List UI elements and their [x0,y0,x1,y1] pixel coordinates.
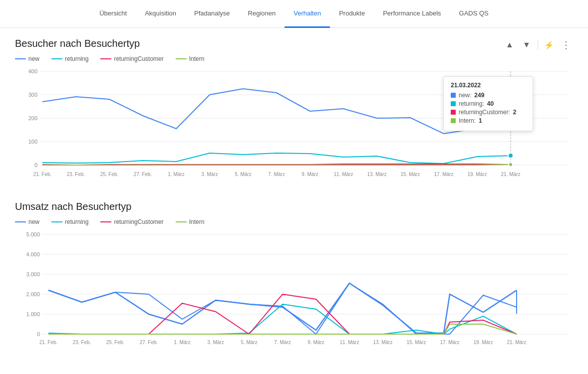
legend-returning-label: returning [65,55,88,62]
svg-text:0: 0 [37,331,40,337]
chart1-svg: 400 300 200 100 0 21. Feb. 23. Feb. 25. … [15,66,573,181]
svg-text:15. März: 15. März [401,172,420,177]
legend-returningcustomer-line [100,58,111,59]
chart2-wrapper: 5.000 4.000 3.000 2.000 1.000 0 21. Feb.… [15,229,573,354]
line-intern [42,165,511,165]
legend2-new-line [15,221,26,222]
chart2-svg: 5.000 4.000 3.000 2.000 1.000 0 21. Feb.… [15,229,573,354]
move-down-button[interactable]: ▼ [520,38,534,52]
legend2-intern-label: Intern [189,218,205,225]
line2-new [48,283,517,334]
svg-text:0: 0 [34,162,37,168]
svg-text:23. Feb.: 23. Feb. [67,172,85,177]
svg-text:11. März: 11. März [340,340,359,345]
line-new [42,89,511,134]
svg-text:2.000: 2.000 [26,291,40,297]
nav-item-regionen[interactable]: Regionen [239,0,285,28]
navigation: Übersicht Akquisition Pfadanalyse Region… [0,0,588,28]
legend2-returning-customer: returningCustomer [100,218,163,225]
svg-text:5. März: 5. März [241,340,257,345]
chart2-legend: new returning returningCustomer Intern [15,218,573,225]
svg-text:5. März: 5. März [235,172,251,177]
nav-item-pfadanalyse[interactable]: Pfadanalyse [185,0,239,28]
nav-item-ubersicht[interactable]: Übersicht [90,0,136,28]
chart1-title: Besucher nach Besuchertyp [15,38,573,49]
dot-new [508,116,513,121]
svg-text:13. März: 13. März [367,172,387,177]
legend2-intern-line [176,221,187,222]
svg-text:1.000: 1.000 [26,311,40,317]
legend-intern: Intern [176,55,205,62]
legend-intern-line [176,58,187,59]
svg-text:9. März: 9. März [307,340,324,345]
svg-text:3.000: 3.000 [26,271,40,277]
svg-text:21. Feb.: 21. Feb. [39,340,58,345]
svg-text:19. März: 19. März [474,340,493,345]
svg-text:7. März: 7. März [274,340,291,345]
legend2-intern: Intern [176,218,205,225]
nav-item-produkte[interactable]: Produkte [330,0,374,28]
svg-text:15. März: 15. März [407,340,426,345]
legend2-new: new [15,218,39,225]
legend2-returning-label: returning [65,218,88,225]
svg-text:23. Feb.: 23. Feb. [73,340,91,345]
svg-text:4.000: 4.000 [26,251,40,257]
toolbar-divider [538,40,538,50]
svg-text:200: 200 [28,115,37,121]
svg-text:5.000: 5.000 [26,231,40,237]
dot-returning [508,153,513,158]
legend-returning: returning [51,55,88,62]
line2-intern [48,324,517,334]
chart1-toolbar: ▲ ▼ ⚡ ⋮ [503,38,573,52]
nav-item-performance-labels[interactable]: Performance Labels [374,0,450,28]
legend-returningcustomer-label: returningCustomer [114,55,163,62]
move-up-button[interactable]: ▲ [503,38,517,52]
svg-text:21. März: 21. März [501,172,521,177]
svg-text:21. März: 21. März [507,340,527,345]
more-menu-button[interactable]: ⋮ [559,38,573,52]
nav-item-akquisition[interactable]: Akquisition [136,0,185,28]
svg-text:300: 300 [28,92,37,98]
svg-text:27. Feb.: 27. Feb. [134,172,152,177]
svg-text:1. März: 1. März [168,172,184,177]
chart2-title: Umsatz nach Besuchertyp [15,201,573,212]
svg-text:25. Feb.: 25. Feb. [100,172,119,177]
nav-item-verhalten[interactable]: Verhalten [285,0,330,28]
legend-new-label: new [28,55,39,62]
svg-text:19. März: 19. März [468,172,487,177]
legend2-new-label: new [28,218,39,225]
svg-text:1. März: 1. März [174,340,190,345]
svg-text:25. Feb.: 25. Feb. [106,340,125,345]
legend-new-line [15,58,26,59]
legend-intern-label: Intern [189,55,205,62]
chart2-section: Umsatz nach Besuchertyp new returning re… [15,201,573,354]
svg-text:9. März: 9. März [301,172,318,177]
legend2-returning: returning [51,218,88,225]
chart1-wrapper: 21.03.2022 new: 249 returning: 40 return… [15,66,573,181]
svg-text:11. März: 11. März [334,172,353,177]
legend-returning-customer: returningCustomer [100,55,163,62]
svg-text:3. März: 3. März [201,172,218,177]
dot-intern [509,163,513,167]
line-returning [42,153,511,164]
legend2-returning-line [51,221,62,222]
lightning-button[interactable]: ⚡ [542,38,556,52]
nav-item-gads-qs[interactable]: GADS QS [450,0,498,28]
chart1-legend: new returning returningCustomer Intern [15,55,573,62]
main-content: ▲ ▼ ⚡ ⋮ Besucher nach Besuchertyp new re… [0,28,588,374]
chart1-section: ▲ ▼ ⚡ ⋮ Besucher nach Besuchertyp new re… [15,38,573,181]
svg-text:7. März: 7. März [268,172,285,177]
svg-text:3. März: 3. März [207,340,224,345]
svg-text:27. Feb.: 27. Feb. [140,340,158,345]
legend2-returningcustomer-line [100,221,111,222]
svg-text:17. März: 17. März [440,340,460,345]
line2-new-v2 [48,283,517,333]
svg-text:400: 400 [28,68,37,74]
svg-text:100: 100 [28,139,37,145]
legend-new: new [15,55,39,62]
svg-text:17. März: 17. März [434,172,454,177]
svg-text:13. März: 13. März [373,340,393,345]
legend-returning-line [51,58,62,59]
legend2-returningcustomer-label: returningCustomer [114,218,163,225]
svg-text:21. Feb.: 21. Feb. [33,172,52,177]
